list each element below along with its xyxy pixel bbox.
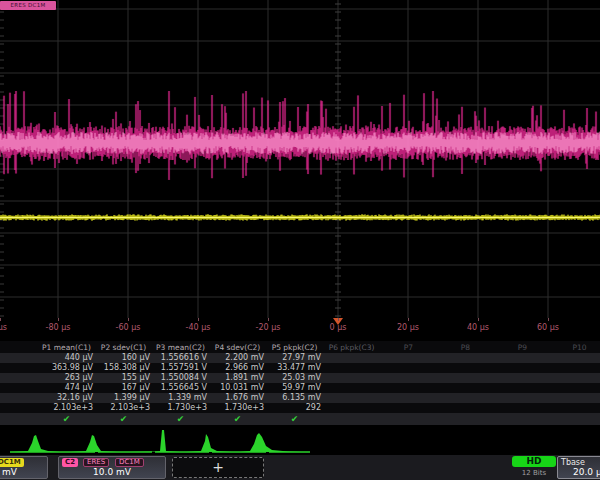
time-axis-label: 0 µs: [330, 323, 347, 332]
time-axis-tick: [128, 318, 129, 321]
param-max-p3: 1.556645 V: [152, 383, 209, 393]
param-status-p1: ✔: [38, 413, 95, 425]
param-sdev-p2: 1.399 µV: [95, 393, 152, 403]
param-header-p3[interactable]: P3 mean(C2): [152, 343, 209, 353]
param-max-p8: [437, 383, 494, 393]
param-sdev-p8: [437, 393, 494, 403]
param-status-p4: ✔: [209, 413, 266, 425]
param-value-p3: 1.556616 V: [152, 353, 209, 363]
param-status-p8: [437, 413, 494, 425]
time-axis-tick: [268, 318, 269, 321]
param-min-p10: [551, 373, 600, 383]
tbase-value: 20.0 µs/div: [573, 467, 600, 477]
measure-row-mean: 363.98 µV158.308 µV1.557591 V2.966 mV33.…: [0, 363, 600, 373]
param-min-p7: [380, 373, 437, 383]
param-num-p8: [437, 403, 494, 413]
param-sdev-p7: [380, 393, 437, 403]
param-header-p9[interactable]: P9: [494, 343, 551, 353]
param-header-p1[interactable]: P1 mean(C1): [38, 343, 95, 353]
parameter-histicons: [0, 425, 600, 455]
time-axis-tick: [58, 318, 59, 321]
param-header-p7[interactable]: P7: [380, 343, 437, 353]
waveform-plot: [0, 0, 600, 318]
measure-row-value: 440 µV160 µV1.556616 V2.200 mV27.97 mV: [0, 353, 600, 363]
param-max-p1: 474 µV: [38, 383, 95, 393]
channel-c1-descriptor[interactable]: DC1M 10.0 mV: [0, 456, 48, 479]
c2-label-badge: C2: [62, 458, 78, 467]
param-header-p4[interactable]: P4 sdev(C2): [209, 343, 266, 353]
hd-mode: HD 12 Bits: [512, 456, 556, 479]
param-mean-p3: 1.557591 V: [152, 363, 209, 373]
time-axis-label: 20 µs: [397, 323, 419, 332]
param-sdev-p9: [494, 393, 551, 403]
oscilloscope-screen: ERES DC1M -100 µs-80 µs-60 µs-40 µs-20 µ…: [0, 0, 600, 480]
param-min-p1: 263 µV: [38, 373, 95, 383]
param-sdev-p5: 6.135 mV: [266, 393, 323, 403]
param-value-p2: 160 µV: [95, 353, 152, 363]
param-min-p9: [494, 373, 551, 383]
param-value-p7: [380, 353, 437, 363]
param-max-p5: 59.97 mV: [266, 383, 323, 393]
param-value-p10: [551, 353, 600, 363]
param-status-p2: ✔: [95, 413, 152, 425]
param-status-p5: ✔: [266, 413, 323, 425]
param-max-p10: [551, 383, 600, 393]
time-axis-label: -100 µs: [0, 323, 7, 332]
hd-bits-label: 12 Bits: [512, 469, 556, 477]
waveform-grid[interactable]: ERES DC1M: [0, 0, 600, 318]
param-value-p4: 2.200 mV: [209, 353, 266, 363]
param-status-p6: [323, 413, 380, 425]
time-axis-label: -20 µs: [256, 323, 281, 332]
c2-scale: 10.0 mV: [59, 467, 165, 477]
param-max-p6: [323, 383, 380, 393]
param-status-p9: [494, 413, 551, 425]
add-channel-button[interactable]: +: [172, 457, 264, 478]
param-max-p4: 10.031 mV: [209, 383, 266, 393]
param-value-p6: [323, 353, 380, 363]
channel-c2-descriptor[interactable]: C2 ERES DC1M 10.0 mV: [58, 456, 166, 479]
bottom-bar: DC1M 10.0 mV C2 ERES DC1M 10.0 mV + HD 1…: [0, 455, 600, 480]
param-mean-p7: [380, 363, 437, 373]
param-header-p6[interactable]: P6 pkpk(C3): [323, 343, 380, 353]
param-max-p7: [380, 383, 437, 393]
histicon-plot: [0, 425, 600, 455]
param-header-p8[interactable]: P8: [437, 343, 494, 353]
param-sdev-p1: 32.16 µV: [38, 393, 95, 403]
param-mean-p1: 363.98 µV: [38, 363, 95, 373]
plus-icon: +: [212, 459, 224, 475]
param-min-p6: [323, 373, 380, 383]
param-header-p10[interactable]: P10: [551, 343, 600, 353]
param-status-p3: ✔: [152, 413, 209, 425]
param-header-p2[interactable]: P2 sdev(C1): [95, 343, 152, 353]
c1-scale: 10.0 mV: [0, 467, 47, 477]
param-min-p4: 1.891 mV: [209, 373, 266, 383]
time-axis-tick: [408, 318, 409, 321]
param-status-p10: [551, 413, 600, 425]
param-header-p5[interactable]: P5 pkpk(C2): [266, 343, 323, 353]
param-mean-p8: [437, 363, 494, 373]
param-min-p8: [437, 373, 494, 383]
param-value-p5: 27.97 mV: [266, 353, 323, 363]
param-max-p9: [494, 383, 551, 393]
time-axis-label: -40 µs: [186, 323, 211, 332]
param-min-p2: 155 µV: [95, 373, 152, 383]
param-value-p8: [437, 353, 494, 363]
measure-row-sdev: 32.16 µV1.399 µV1.339 mV1.676 mV6.135 mV: [0, 393, 600, 403]
param-num-p1: 2.103e+3: [38, 403, 95, 413]
param-mean-p6: [323, 363, 380, 373]
param-sdev-p3: 1.339 mV: [152, 393, 209, 403]
time-axis-tick: [548, 318, 549, 321]
param-value-p9: [494, 353, 551, 363]
param-mean-p10: [551, 363, 600, 373]
timebase-descriptor[interactable]: Tbase 20.0 µs/div: [557, 456, 600, 479]
param-num-p4: 1.730e+3: [209, 403, 266, 413]
param-min-p5: 25.03 mV: [266, 373, 323, 383]
c2-trace-badge: ERES DC1M: [0, 1, 56, 10]
measurement-table: P1 mean(C1)P2 sdev(C1)P3 mean(C2)P4 sdev…: [0, 341, 600, 425]
param-max-p2: 167 µV: [95, 383, 152, 393]
param-num-p6: [323, 403, 380, 413]
hd-badge[interactable]: HD: [512, 456, 556, 467]
c2-eres-badge: ERES: [83, 458, 109, 467]
param-num-p3: 1.730e+3: [152, 403, 209, 413]
time-axis-label: 60 µs: [537, 323, 559, 332]
